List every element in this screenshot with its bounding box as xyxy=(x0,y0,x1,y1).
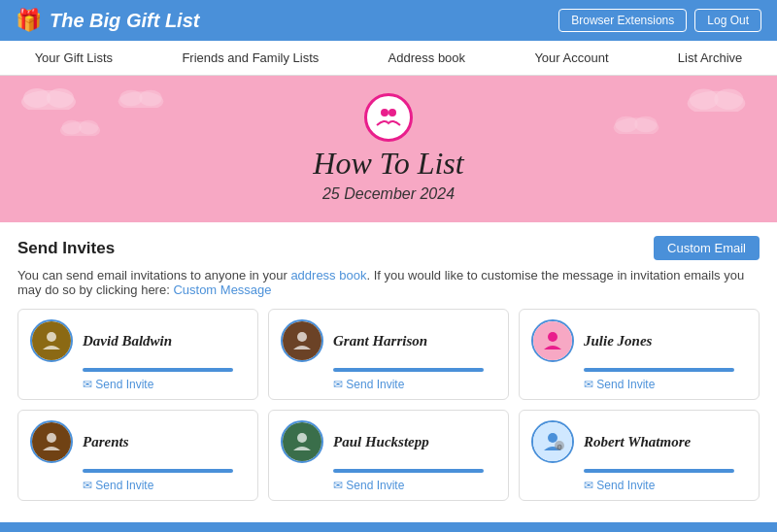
contact-bar xyxy=(333,368,484,372)
contact-bar xyxy=(83,469,233,473)
contact-name: Paul Huckstepp xyxy=(333,434,429,450)
nav-address-book[interactable]: Address book xyxy=(388,50,466,65)
svg-point-20 xyxy=(47,433,56,443)
send-invite-link[interactable]: ✉ Send Invite xyxy=(83,479,246,492)
header: 🎁 The Big Gift List Browser Extensions L… xyxy=(0,0,777,41)
contact-card: David Baldwin ✉ Send Invite xyxy=(17,309,258,400)
contact-card: Julie Jones ✉ Send Invite xyxy=(519,309,760,400)
svg-point-21 xyxy=(297,433,307,443)
svg-point-17 xyxy=(47,332,56,342)
header-buttons: Browser Extensions Log Out xyxy=(558,9,761,32)
avatar xyxy=(30,319,73,362)
avatar xyxy=(281,420,323,463)
desc-text-before: You can send email invitations to anyone… xyxy=(17,268,290,283)
footer: The Big Gift List How to Guides • Contac… xyxy=(0,522,777,532)
address-book-link[interactable]: address book xyxy=(290,268,366,283)
main-nav: Your Gift Lists Friends and Family Lists… xyxy=(0,41,777,76)
banner-title: How To List xyxy=(0,146,777,182)
send-invites-section: Send Invites Custom Email You can send e… xyxy=(0,222,777,522)
svg-point-15 xyxy=(381,109,388,116)
avatar xyxy=(281,319,323,362)
avatar xyxy=(30,420,73,463)
contact-bar xyxy=(333,469,484,473)
contact-card-top: Julie Jones xyxy=(531,319,747,362)
contact-name: Julie Jones xyxy=(584,333,652,349)
nav-your-gift-lists[interactable]: Your Gift Lists xyxy=(35,50,113,65)
contacts-grid: David Baldwin ✉ Send Invite Grant Harris… xyxy=(17,309,760,515)
send-invites-description: You can send email invitations to anyone… xyxy=(17,268,760,297)
contact-card: Paul Huckstepp ✉ Send Invite xyxy=(268,410,509,501)
contact-name: David Baldwin xyxy=(83,333,172,349)
custom-email-button[interactable]: Custom Email xyxy=(654,236,760,260)
svg-text:⚙: ⚙ xyxy=(557,444,562,450)
contact-card: ⚙ Robert Whatmore ✉ Send Invite xyxy=(519,410,760,501)
send-invite-link[interactable]: ✉ Send Invite xyxy=(333,378,496,391)
send-invite-link[interactable]: ✉ Send Invite xyxy=(83,378,246,391)
logo-area: 🎁 The Big Gift List xyxy=(16,8,199,33)
svg-point-18 xyxy=(297,332,307,342)
svg-point-19 xyxy=(548,332,557,342)
nav-your-account[interactable]: Your Account xyxy=(534,50,608,65)
browser-extensions-button[interactable]: Browser Extensions xyxy=(558,9,687,32)
contact-card-top: Grant Harrison xyxy=(281,319,496,362)
contact-card-top: Paul Huckstepp xyxy=(281,420,496,463)
banner: How To List 25 December 2024 xyxy=(0,76,777,222)
send-invites-title: Send Invites xyxy=(17,239,115,258)
svg-point-16 xyxy=(388,109,396,116)
contact-card: Grant Harrison ✉ Send Invite xyxy=(268,309,509,400)
contact-name: Parents xyxy=(83,434,129,450)
send-invite-link[interactable]: ✉ Send Invite xyxy=(333,479,496,492)
contact-name: Robert Whatmore xyxy=(584,434,691,450)
custom-message-link[interactable]: Custom Message xyxy=(173,283,271,297)
avatar xyxy=(531,319,574,362)
contact-card-top: Parents xyxy=(30,420,246,463)
logo-icon: 🎁 xyxy=(16,8,42,33)
banner-icon xyxy=(364,93,413,142)
svg-point-22 xyxy=(548,433,557,443)
contact-card-top: David Baldwin xyxy=(30,319,246,362)
log-out-button[interactable]: Log Out xyxy=(694,9,761,32)
contact-card-top: ⚙ Robert Whatmore xyxy=(531,420,747,463)
nav-list-archive[interactable]: List Archive xyxy=(678,50,742,65)
avatar: ⚙ xyxy=(531,420,574,463)
send-invite-link[interactable]: ✉ Send Invite xyxy=(584,378,747,391)
banner-date: 25 December 2024 xyxy=(0,185,777,203)
send-invite-link[interactable]: ✉ Send Invite xyxy=(584,479,747,492)
contact-bar xyxy=(584,368,734,372)
contact-bar xyxy=(584,469,734,473)
contact-bar xyxy=(83,368,233,372)
contact-name: Grant Harrison xyxy=(333,333,427,349)
send-invites-header: Send Invites Custom Email xyxy=(17,236,760,260)
nav-friends-family-lists[interactable]: Friends and Family Lists xyxy=(182,50,319,65)
logo-text: The Big Gift List xyxy=(50,10,199,32)
contact-card: Parents ✉ Send Invite xyxy=(17,410,258,501)
